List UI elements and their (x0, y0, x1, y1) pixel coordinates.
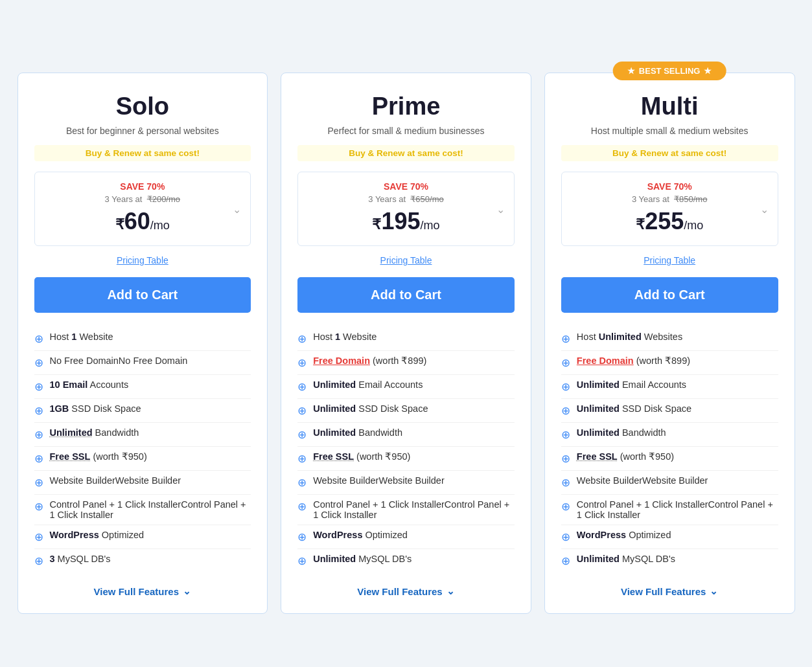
feature-check-icon-prime-6: ⊕ (297, 476, 307, 490)
dropdown-arrow-prime[interactable]: ⌄ (496, 203, 505, 215)
features-list-solo: ⊕ Host 1 Website ⊕ No Free DomainNo Free… (34, 327, 251, 572)
feature-item-multi-4: ⊕ Unlimited Bandwidth (561, 423, 778, 447)
buy-renew-multi: Buy & Renew at same cost! (561, 145, 778, 161)
pricing-table-link-prime[interactable]: Pricing Table (297, 255, 515, 266)
feature-link-prime-1[interactable]: Free Domain (313, 356, 370, 366)
buy-renew-solo: Buy & Renew at same cost! (34, 145, 251, 161)
feature-check-icon-solo-7: ⊕ (34, 500, 43, 514)
feature-text-multi-6: Website BuilderWebsite Builder (577, 475, 708, 486)
feature-bold-solo-9: 3 (50, 554, 55, 564)
feature-bold-multi-0: Unlimited (599, 332, 642, 342)
pricing-table-link-solo[interactable]: Pricing Table (34, 255, 251, 266)
add-to-cart-button-solo[interactable]: Add to Cart (34, 277, 251, 313)
feature-bold-prime-9: Unlimited (313, 554, 356, 564)
current-price-solo: ₹60/mo (45, 208, 240, 235)
feature-item-multi-1: ⊕ Free Domain (worth ₹899) (561, 351, 778, 375)
feature-item-solo-5: ⊕ Free SSL (worth ₹950) (34, 447, 251, 471)
feature-bold-multi-5: Free SSL (577, 451, 618, 462)
feature-item-multi-5: ⊕ Free SSL (worth ₹950) (561, 447, 778, 471)
plan-card-solo: SoloBest for beginner & personal website… (17, 73, 268, 614)
feature-bold-solo-3: 1GB (50, 403, 69, 414)
feature-check-icon-prime-4: ⊕ (297, 428, 307, 442)
feature-text-prime-5: Free SSL (worth ₹950) (313, 451, 410, 462)
feature-item-solo-2: ⊕ 10 Email Accounts (34, 375, 251, 399)
feature-text-solo-5: Free SSL (worth ₹950) (50, 451, 147, 462)
feature-check-icon-solo-2: ⊕ (34, 380, 43, 394)
dropdown-arrow-solo[interactable]: ⌄ (233, 203, 241, 215)
feature-text-prime-9: Unlimited MySQL DB's (313, 554, 412, 564)
feature-check-icon-prime-3: ⊕ (297, 404, 307, 418)
pricing-box-prime[interactable]: SAVE 70% 3 Years at ₹650/mo ₹195/mo ⌄ (297, 172, 515, 246)
feature-check-icon-solo-8: ⊕ (34, 530, 43, 544)
feature-item-prime-1: ⊕ Free Domain (worth ₹899) (297, 351, 515, 375)
feature-bold-prime-5: Free SSL (313, 451, 354, 462)
feature-text-prime-3: Unlimited SSD Disk Space (313, 403, 428, 414)
feature-bold-solo-8: WordPress (50, 530, 99, 540)
save-label-solo: SAVE 70% (45, 181, 240, 192)
plan-name-solo: Solo (34, 93, 251, 120)
plan-name-prime: Prime (297, 93, 515, 120)
feature-text-solo-8: WordPress Optimized (50, 530, 145, 540)
feature-check-icon-prime-9: ⊕ (297, 554, 307, 568)
feature-text-solo-6: Website BuilderWebsite Builder (50, 475, 181, 486)
pricing-box-solo[interactable]: SAVE 70% 3 Years at ₹200/mo ₹60/mo ⌄ (34, 172, 251, 246)
feature-check-icon-multi-6: ⊕ (561, 476, 570, 490)
feature-bold-multi-8: WordPress (577, 530, 626, 540)
feature-bold-prime-2: Unlimited (313, 379, 356, 390)
feature-check-icon-prime-1: ⊕ (297, 356, 307, 370)
currency-symbol-prime: ₹ (372, 216, 381, 232)
feature-text-multi-2: Unlimited Email Accounts (577, 379, 686, 390)
feature-item-solo-1: ⊕ No Free DomainNo Free Domain (34, 351, 251, 375)
feature-bold-prime-3: Unlimited (313, 403, 356, 414)
feature-item-solo-4: ⊕ Unlimited Bandwidth (34, 423, 251, 447)
feature-bold-multi-9: Unlimited (577, 554, 620, 564)
feature-text-multi-3: Unlimited SSD Disk Space (577, 403, 691, 414)
dropdown-arrow-multi[interactable]: ⌄ (760, 203, 769, 215)
feature-check-icon-prime-2: ⊕ (297, 380, 307, 394)
plan-card-prime: PrimePerfect for small & medium business… (281, 73, 531, 614)
feature-item-prime-5: ⊕ Free SSL (worth ₹950) (297, 447, 515, 471)
feature-text-solo-4: Unlimited Bandwidth (50, 427, 139, 438)
add-to-cart-button-prime[interactable]: Add to Cart (297, 277, 515, 313)
feature-check-icon-solo-9: ⊕ (34, 554, 43, 568)
pricing-box-multi[interactable]: SAVE 70% 3 Years at ₹850/mo ₹255/mo ⌄ (561, 172, 778, 246)
features-list-multi: ⊕ Host Unlimited Websites ⊕ Free Domain … (561, 327, 778, 572)
feature-text-prime-4: Unlimited Bandwidth (313, 427, 402, 438)
view-features-prime[interactable]: View Full Features ⌄ (297, 585, 515, 597)
pricing-table-link-multi[interactable]: Pricing Table (561, 255, 778, 266)
feature-check-icon-prime-8: ⊕ (297, 530, 307, 544)
feature-item-prime-2: ⊕ Unlimited Email Accounts (297, 375, 515, 399)
feature-text-multi-4: Unlimited Bandwidth (577, 427, 666, 438)
per-mo-multi: /mo (684, 219, 703, 232)
feature-text-solo-9: 3 MySQL DB's (50, 554, 111, 564)
plan-card-multi: ★ BEST SELLING ★ MultiHost multiple smal… (544, 73, 795, 614)
feature-check-icon-multi-2: ⊕ (561, 380, 570, 394)
view-features-solo[interactable]: View Full Features ⌄ (34, 585, 251, 597)
pricing-container: SoloBest for beginner & personal website… (17, 53, 795, 614)
years-original-multi: 3 Years at ₹850/mo (572, 194, 767, 204)
feature-item-multi-0: ⊕ Host Unlimited Websites (561, 327, 778, 351)
feature-text-solo-0: Host 1 Website (50, 332, 113, 342)
feature-bold-multi-4: Unlimited (577, 427, 620, 438)
plan-description-prime: Perfect for small & medium businesses (297, 126, 515, 136)
feature-item-multi-9: ⊕ Unlimited MySQL DB's (561, 549, 778, 572)
feature-item-prime-4: ⊕ Unlimited Bandwidth (297, 423, 515, 447)
view-features-multi[interactable]: View Full Features ⌄ (561, 585, 778, 597)
view-features-label-prime: View Full Features (357, 586, 442, 597)
current-price-prime: ₹195/mo (308, 208, 504, 235)
feature-link-multi-1[interactable]: Free Domain (577, 356, 634, 366)
feature-check-icon-prime-0: ⊕ (297, 332, 307, 346)
feature-bold-solo-5: Free SSL (50, 451, 91, 462)
feature-bold-prime-4: Unlimited (313, 427, 356, 438)
star-icon-right: ★ (704, 66, 712, 76)
plan-name-multi: Multi (561, 93, 778, 120)
add-to-cart-button-multi[interactable]: Add to Cart (561, 277, 778, 313)
feature-check-icon-multi-8: ⊕ (561, 530, 570, 544)
feature-text-solo-2: 10 Email Accounts (50, 379, 129, 390)
feature-item-prime-3: ⊕ Unlimited SSD Disk Space (297, 399, 515, 423)
feature-item-prime-0: ⊕ Host 1 Website (297, 327, 515, 351)
feature-text-solo-1: No Free DomainNo Free Domain (50, 356, 188, 366)
current-price-multi: ₹255/mo (572, 208, 767, 235)
feature-bold-multi-2: Unlimited (577, 379, 620, 390)
feature-item-prime-6: ⊕ Website BuilderWebsite Builder (297, 471, 515, 495)
